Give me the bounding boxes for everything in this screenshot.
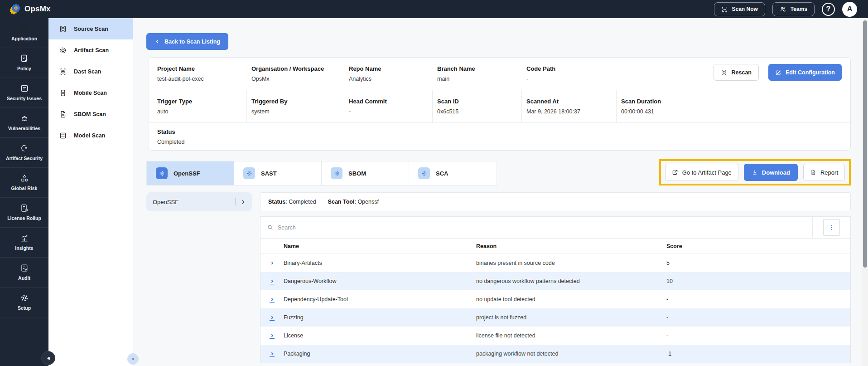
- detail-field-label: Project Name: [157, 65, 251, 72]
- table-row-packaging[interactable]: › Packaging packaging workflow not detec…: [260, 345, 850, 363]
- download-button[interactable]: Download: [744, 164, 798, 181]
- table-row-dangerous-workflow[interactable]: › Dangerous-Workflow no dangerous workfl…: [260, 272, 850, 290]
- detail-field-label: Trigger Type: [157, 98, 251, 105]
- detail-field-triggered-by: Triggered By system: [251, 90, 349, 122]
- back-to-scan-listing-button[interactable]: Back to Scan Listing: [146, 33, 228, 50]
- scan-nav-item-source-scan[interactable]: Source Scan: [48, 18, 133, 39]
- tab-sca[interactable]: SCA: [409, 161, 497, 185]
- scan-nav-item-dast-scan[interactable]: Dast Scan: [48, 61, 133, 82]
- row-name: Fuzzing: [284, 314, 476, 321]
- opsmx-logo-icon: [9, 3, 21, 15]
- table-row-fuzzing[interactable]: › Fuzzing project is not fuzzed -: [260, 308, 850, 327]
- column-header-name: Name: [284, 243, 476, 249]
- expand-row-icon[interactable]: ›: [270, 332, 275, 339]
- vertical-scrollbar[interactable]: [862, 18, 868, 366]
- sidebar-item-security-issues[interactable]: Security Issues: [0, 78, 48, 108]
- expand-row-icon[interactable]: ›: [270, 314, 275, 321]
- sidebar-item-label: Audit: [17, 276, 31, 281]
- tab-sast[interactable]: SAST: [234, 161, 322, 185]
- detail-field-scan-id: Scan ID 0x6c515: [437, 90, 526, 122]
- brand: OpsMx: [0, 3, 51, 15]
- go-to-artifact-page-button[interactable]: Go to Artifact Page: [665, 164, 738, 181]
- help-icon[interactable]: ?: [822, 3, 835, 16]
- detail-field-label: Head Commit: [349, 98, 437, 105]
- results-panel: NameReasonScore › Binary-Artifacts binar…: [260, 216, 851, 363]
- search-icon: [267, 224, 274, 231]
- sidebar-item-artifact-security[interactable]: Artifact Security: [0, 138, 48, 168]
- search-box[interactable]: [260, 217, 812, 238]
- openssf-selector[interactable]: OpenSSF: [146, 192, 252, 211]
- sidebar-item-policy[interactable]: Policy: [0, 48, 48, 78]
- detail-field-value: 00:00:00.431: [621, 108, 850, 115]
- scan-nav-item-sbom-scan[interactable]: SBOM Scan: [48, 103, 133, 125]
- scan-status-strip: Status: Completed Scan Tool: Openssf: [260, 192, 851, 211]
- bug-icon: [20, 114, 29, 123]
- row-reason: no dangerous workflow patterns detected: [476, 278, 666, 284]
- detail-field-value: OpsMx: [251, 76, 349, 82]
- sidebar-item-setup[interactable]: Setup: [0, 288, 48, 317]
- external-link-icon: [672, 169, 678, 176]
- tab-openssf[interactable]: OpenSSF: [147, 161, 234, 185]
- collapse-secondary-sidebar-button[interactable]: [127, 353, 139, 365]
- sidebar-item-license-rollup[interactable]: License Rollup: [0, 198, 48, 228]
- teams-people-icon: [780, 6, 786, 13]
- pill-divider: [235, 198, 236, 205]
- expand-row-icon[interactable]: ›: [270, 351, 275, 357]
- report-button[interactable]: Report: [803, 164, 845, 181]
- main-content: Back to Scan Listing Project Name test-a…: [133, 18, 862, 366]
- table-row-license[interactable]: › License license file not detected -: [260, 327, 850, 345]
- back-button-label: Back to Scan Listing: [164, 39, 220, 45]
- table-row-dependency-update-tool[interactable]: › Dependency-Update-Tool no update tool …: [260, 290, 850, 308]
- row-name: License: [284, 332, 476, 339]
- detail-field-code-path: Code Path -: [526, 58, 621, 90]
- shield-lock-icon: [20, 144, 29, 153]
- scan-now-label: Scan Now: [732, 6, 758, 12]
- scan-nav-item-artifact-scan[interactable]: Artifact Scan: [48, 39, 133, 61]
- scan-nav-label: SBOM Scan: [74, 111, 106, 117]
- card-actions: Rescan Edit Configuration: [714, 64, 842, 81]
- sidebar-item-insights[interactable]: Insights: [0, 228, 48, 258]
- table-menu-button[interactable]: [823, 219, 840, 236]
- sidebar-item-label: Security Issues: [6, 96, 43, 102]
- scan-badge-icon: [243, 167, 255, 179]
- detail-field-label: Repo Name: [349, 65, 437, 72]
- sbom-scan-icon: [59, 110, 67, 118]
- expand-row-icon[interactable]: ›: [270, 296, 275, 303]
- sidebar-item-application[interactable]: Application: [0, 18, 48, 48]
- scrollbar-thumb[interactable]: [863, 20, 867, 268]
- sidebar-item-audit[interactable]: Audit: [0, 258, 48, 288]
- detail-field-value: -: [526, 76, 621, 82]
- teams-label: Teams: [791, 6, 807, 12]
- scan-now-button[interactable]: Scan Now: [714, 2, 765, 16]
- sidebar-item-global-risk[interactable]: Global Risk: [0, 168, 48, 198]
- help-glyph: ?: [826, 5, 831, 13]
- row-score: 10: [666, 278, 850, 284]
- tabs-row: OpenSSF SAST SBOM SCA Go to: [146, 160, 851, 186]
- tab-label: SBOM: [348, 170, 366, 177]
- edit-configuration-button[interactable]: Edit Configuration: [768, 64, 842, 81]
- go-to-artifact-page-label: Go to Artifact Page: [682, 169, 732, 176]
- row-score: -: [666, 332, 850, 339]
- avatar[interactable]: A: [842, 2, 857, 17]
- scan-badge-icon: [156, 167, 168, 179]
- scan-nav-item-mobile-scan[interactable]: Mobile Scan: [48, 82, 133, 103]
- gear-icon: [20, 293, 29, 303]
- row-score: -: [666, 314, 850, 321]
- teams-button[interactable]: Teams: [772, 2, 815, 16]
- rescan-label: Rescan: [732, 69, 752, 76]
- scan-nav-item-model-scan[interactable]: Model Scan: [48, 125, 133, 146]
- detail-field-value: -: [349, 108, 437, 115]
- expand-row-icon[interactable]: ›: [270, 260, 275, 266]
- collapse-primary-sidebar-button[interactable]: [41, 351, 55, 365]
- rescan-button[interactable]: Rescan: [714, 64, 759, 81]
- tab-sbom[interactable]: SBOM: [322, 161, 409, 185]
- detail-field-repo-name: Repo Name Analytics: [349, 58, 437, 90]
- row-score: -: [666, 296, 850, 303]
- expand-row-icon[interactable]: ›: [270, 278, 275, 284]
- detail-field-label: Scanned At: [526, 98, 621, 105]
- detail-field-label: Code Path: [526, 65, 621, 72]
- search-input[interactable]: [278, 224, 812, 231]
- sidebar-item-vulnerabilities[interactable]: Vulnerabilities: [0, 108, 48, 138]
- table-row-binary-artifacts[interactable]: › Binary-Artifacts binaries present in s…: [260, 254, 850, 272]
- detail-field-value: auto: [157, 108, 251, 115]
